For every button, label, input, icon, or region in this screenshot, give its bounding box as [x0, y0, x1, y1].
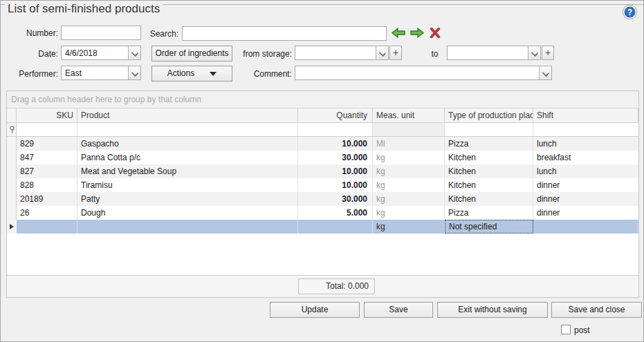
new-row-cell-place[interactable]: Not specified: [445, 220, 533, 234]
new-row-cell-sku[interactable]: [17, 220, 77, 234]
number-input[interactable]: [61, 26, 141, 40]
cell-place[interactable]: Kitchen: [445, 151, 533, 164]
cell-quantity[interactable]: 30.000: [298, 151, 373, 164]
update-button[interactable]: Update: [270, 302, 360, 318]
order-of-ingredients-button[interactable]: Order of ingredients: [151, 46, 232, 61]
actions-button[interactable]: Actions: [151, 66, 232, 82]
cell-place[interactable]: Kitchen: [445, 178, 533, 192]
performer-dropdown[interactable]: East: [61, 66, 141, 80]
svg-text:?: ?: [627, 8, 632, 17]
table-row: 26Dough5.000kgPizzadinner: [7, 206, 638, 220]
row-indicator-cell: [7, 137, 17, 151]
new-row-cell-product[interactable]: [77, 220, 298, 234]
filter-cell-unit[interactable]: [373, 123, 445, 136]
filter-cell-shift[interactable]: [533, 123, 638, 136]
green-arrow-right-icon[interactable]: [410, 27, 425, 39]
grid-header-row: SKUProductQuantityMeas. unitType of prod…: [7, 108, 638, 123]
cell-place[interactable]: Pizza: [445, 137, 533, 151]
date-dropdown[interactable]: 4/6/2018: [61, 46, 141, 60]
chevron-down-icon[interactable]: [128, 66, 140, 79]
exit-without-saving-button[interactable]: Exit without saving: [437, 302, 548, 318]
to-label: to: [426, 49, 443, 59]
from-storage-add-button plus-icon[interactable]: +: [389, 46, 402, 60]
filter-indicator-cell: [7, 123, 17, 136]
grid-footer: Total: 0.000: [7, 275, 638, 297]
chevron-down-icon[interactable]: [528, 46, 540, 59]
actions-button-label: Actions: [167, 68, 194, 78]
cell-unit[interactable]: kg: [373, 206, 445, 220]
save-and-close-button[interactable]: Save and close: [551, 302, 642, 318]
cell-sku[interactable]: 829: [17, 137, 77, 151]
comment-dropdown[interactable]: [295, 66, 552, 80]
cell-quantity[interactable]: 10.000: [298, 137, 373, 151]
cell-unit[interactable]: Ml: [373, 137, 445, 151]
row-indicator-cell: [7, 220, 17, 234]
cell-shift[interactable]: lunch: [533, 164, 638, 178]
search-label: Search:: [147, 29, 178, 39]
cell-place[interactable]: Kitchen: [445, 192, 533, 206]
header-indicator-cell: [7, 108, 17, 122]
cell-product[interactable]: Meat and Vegetable Soup: [77, 164, 298, 178]
new-row-cell-unit[interactable]: kg: [373, 220, 445, 234]
column-header-quantity[interactable]: Quantity: [298, 108, 373, 122]
comment-label: Comment:: [250, 69, 292, 79]
cell-quantity[interactable]: 10.000: [298, 178, 373, 192]
cell-quantity[interactable]: 10.000: [298, 164, 373, 178]
from-storage-dropdown[interactable]: [295, 46, 389, 60]
column-header-product[interactable]: Product: [77, 108, 298, 122]
cell-unit[interactable]: kg: [373, 151, 445, 164]
chevron-down-icon[interactable]: [128, 46, 140, 59]
cell-product[interactable]: Gaspacho: [77, 137, 298, 151]
cell-product[interactable]: Dough: [77, 206, 298, 220]
help-icon[interactable]: ?: [623, 5, 637, 19]
date-label: Date:: [1, 49, 58, 59]
pin-icon: [9, 126, 15, 134]
column-header-sku[interactable]: SKU: [17, 108, 77, 122]
cell-quantity[interactable]: 30.000: [298, 192, 373, 206]
cell-sku[interactable]: 828: [17, 178, 77, 192]
to-storage-dropdown[interactable]: [447, 46, 541, 60]
search-input[interactable]: [182, 26, 387, 41]
cell-shift[interactable]: dinner: [533, 192, 638, 206]
cell-place[interactable]: Kitchen: [445, 164, 533, 178]
chevron-down-icon[interactable]: [376, 46, 388, 59]
new-row-cell-quantity[interactable]: [298, 220, 373, 234]
cell-shift[interactable]: breakfast: [533, 151, 638, 164]
to-storage-add-button plus-icon[interactable]: +: [542, 46, 554, 60]
filter-cell-place[interactable]: [445, 123, 533, 136]
performer-value: East: [62, 68, 128, 78]
red-x-icon[interactable]: [429, 27, 441, 39]
cell-unit[interactable]: kg: [373, 192, 445, 206]
cell-place[interactable]: Pizza: [445, 206, 533, 220]
cell-shift[interactable]: dinner: [533, 178, 638, 192]
cell-sku[interactable]: 26: [17, 206, 77, 220]
cell-product[interactable]: Patty: [77, 192, 298, 206]
filter-cell-sku[interactable]: [17, 123, 77, 136]
cell-product[interactable]: Panna Cotta p/c: [77, 151, 298, 164]
cell-sku[interactable]: 847: [17, 151, 77, 164]
table-row: 828Tiramisu10.000kgKitchendinner: [7, 178, 638, 192]
window: List of semi-finished products ? Number:…: [0, 0, 644, 342]
cell-shift[interactable]: lunch: [533, 137, 638, 151]
row-arrow-icon: [10, 224, 14, 229]
column-header-shift[interactable]: Shift: [533, 108, 638, 122]
column-header-place[interactable]: Type of production place: [445, 108, 533, 122]
cell-product[interactable]: Tiramisu: [77, 178, 298, 192]
filter-cell-quantity[interactable]: [298, 123, 373, 136]
cell-quantity[interactable]: 5.000: [298, 206, 373, 220]
green-arrow-left-icon[interactable]: [391, 27, 406, 39]
column-header-unit[interactable]: Meas. unit: [373, 108, 445, 122]
group-by-panel[interactable]: Drag a column header here to group by th…: [7, 91, 638, 108]
cell-sku[interactable]: 20189: [17, 192, 77, 206]
filter-cell-product[interactable]: [77, 123, 298, 136]
post-checkbox-label[interactable]: post: [574, 325, 590, 335]
save-button[interactable]: Save: [364, 302, 433, 318]
number-label: Number:: [1, 28, 58, 38]
cell-sku[interactable]: 827: [17, 164, 77, 178]
post-checkbox[interactable]: [561, 325, 571, 334]
new-row-cell-shift[interactable]: [533, 220, 638, 234]
cell-unit[interactable]: kg: [373, 164, 445, 178]
cell-unit[interactable]: kg: [373, 178, 445, 192]
cell-shift[interactable]: dinner: [533, 206, 638, 220]
chevron-down-icon[interactable]: [539, 66, 551, 79]
